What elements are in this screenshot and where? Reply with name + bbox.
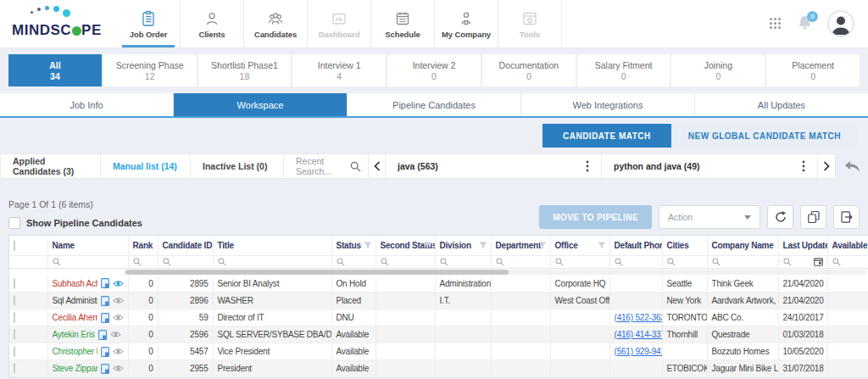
column-header-default-phone[interactable]: Default Phone xyxy=(609,236,662,255)
column-header-status[interactable]: Status xyxy=(331,236,376,255)
filter-cell-company-name[interactable] xyxy=(707,255,778,268)
filter-cell-division[interactable] xyxy=(435,255,491,268)
table-row[interactable]: Christopher Riley 0 5457 Vice President … xyxy=(9,343,868,360)
search-icon[interactable] xyxy=(350,161,361,172)
table-row[interactable]: Cecilia Ahern 0 59 Director of IT DNU (4… xyxy=(9,309,868,326)
candidate-name-link[interactable]: Christopher Riley xyxy=(53,347,97,356)
stage-tab-interview-1[interactable]: Interview 14 xyxy=(292,54,386,86)
scrollbar-thumb[interactable] xyxy=(125,270,509,275)
filter-funnel-icon[interactable] xyxy=(538,242,547,251)
filter-funnel-icon[interactable] xyxy=(598,242,606,251)
column-header-company-name[interactable]: Company Name xyxy=(707,236,778,255)
column-header-second-status[interactable]: Second Status xyxy=(376,236,435,255)
filter-cell-candidate-id[interactable] xyxy=(158,255,213,268)
kebab-menu-icon[interactable] xyxy=(802,160,805,172)
candidate-name-link[interactable]: Cecilia Ahern xyxy=(53,313,97,322)
eye-preview-icon[interactable] xyxy=(113,297,124,304)
stage-tab-shortlist-phase1[interactable]: Shortlisti Phase118 xyxy=(198,54,292,86)
table-row[interactable]: Subhash Acharya 0 2895 Senior BI Analyst… xyxy=(9,276,868,293)
stage-tab-documentation[interactable]: Documentation0 xyxy=(482,54,576,86)
column-header-available[interactable]: Available xyxy=(827,236,868,255)
filter-cell-last-update[interactable] xyxy=(778,255,827,268)
notifications-button[interactable]: 0 xyxy=(797,14,813,34)
filter-funnel-icon[interactable] xyxy=(479,242,487,251)
candidate-name-link[interactable]: Aytekin Eris xyxy=(53,330,95,339)
eye-preview-icon[interactable] xyxy=(110,331,121,338)
nav-my-company[interactable]: My Company xyxy=(435,0,498,47)
filter-funnel-icon[interactable] xyxy=(423,242,431,251)
resume-doc-icon[interactable] xyxy=(101,347,109,357)
resume-doc-icon[interactable] xyxy=(98,330,107,340)
nav-schedule[interactable]: Schedule xyxy=(371,0,435,47)
nav-clients[interactable]: Clients xyxy=(181,0,244,47)
tab-workspace[interactable]: Workspace xyxy=(174,93,348,116)
table-row[interactable]: Sql Administrator 0 2896 WASHER Placed I… xyxy=(9,293,868,309)
move-to-pipeline-button[interactable]: MOVE TO PIPELINE xyxy=(539,205,652,229)
column-header-title[interactable]: Title xyxy=(213,236,331,255)
stage-tab-all[interactable]: All34 xyxy=(8,54,102,86)
filter-cell-second-status[interactable] xyxy=(376,255,435,268)
filter-cell-department[interactable] xyxy=(491,255,550,268)
column-header-rank[interactable]: Rank xyxy=(128,236,158,255)
app-logo[interactable]: MINDSCPE xyxy=(0,0,117,47)
stage-tab-salary-fitment[interactable]: Salary Fitment0 xyxy=(577,54,670,86)
candidate-name-link[interactable]: Subhash Acharya xyxy=(53,279,97,288)
kebab-menu-icon[interactable] xyxy=(586,160,589,172)
phone-link[interactable]: (416) 414-3379 xyxy=(615,330,663,339)
eye-preview-icon[interactable] xyxy=(113,280,124,287)
column-header-cities[interactable]: Cities xyxy=(662,236,707,255)
calendar-picker-icon[interactable] xyxy=(814,257,823,266)
select-all-checkbox[interactable] xyxy=(14,240,15,251)
refresh-button[interactable] xyxy=(767,205,793,229)
copy-grid-button[interactable] xyxy=(800,205,826,229)
column-header-department[interactable]: Department xyxy=(491,236,550,255)
candidate-name-link[interactable]: Steve Zipparro xyxy=(53,364,97,373)
tab-job-info[interactable]: Job Info xyxy=(0,93,174,116)
row-checkbox[interactable] xyxy=(14,363,15,374)
column-header-office[interactable]: Office xyxy=(550,236,609,255)
resume-doc-icon[interactable] xyxy=(101,278,109,288)
nav-tools[interactable]: Tools xyxy=(498,0,562,47)
saved-search-python-and-java[interactable]: python and java (49) xyxy=(602,154,818,178)
new-global-candidate-match-button[interactable]: NEW GLOBAL CANDIDATE MATCH xyxy=(671,124,858,148)
recent-search-input[interactable]: Recent Search... xyxy=(284,154,369,178)
filter-funnel-icon[interactable] xyxy=(364,242,372,251)
tab-web-integrations[interactable]: Web Integrations xyxy=(521,93,695,116)
saved-search-next-button[interactable] xyxy=(818,154,835,178)
candidate-match-button[interactable]: CANDIDATE MATCH xyxy=(542,124,671,148)
horizontal-scrollbar[interactable] xyxy=(124,270,866,275)
eye-preview-icon[interactable] xyxy=(113,314,124,321)
saved-search-java[interactable]: java (563) xyxy=(386,154,602,178)
resume-doc-icon[interactable] xyxy=(101,313,109,323)
eye-preview-icon[interactable] xyxy=(113,365,124,372)
manual-list[interactable]: Manual list (14) xyxy=(101,154,191,178)
tab-pipeline-candidates[interactable]: Pipeline Candidates xyxy=(348,93,521,116)
apps-grid-icon[interactable] xyxy=(770,18,782,31)
nav-dashboard[interactable]: Dashboard xyxy=(308,0,371,47)
row-checkbox[interactable] xyxy=(14,346,15,357)
table-row[interactable]: Aytekin Eris 0 2596 SQL SERVER/SYBASE DB… xyxy=(9,326,868,343)
stage-tab-interview-2[interactable]: Interview 20 xyxy=(387,54,481,86)
resume-doc-icon[interactable] xyxy=(101,364,109,374)
filter-cell-name[interactable] xyxy=(47,255,128,268)
filter-cell-cities[interactable] xyxy=(662,255,707,268)
filter-cell-title[interactable] xyxy=(213,255,331,268)
column-header-candidate-id[interactable]: Candidate ID xyxy=(158,236,213,255)
row-checkbox[interactable] xyxy=(14,329,15,340)
tab-all-updates[interactable]: All Updates xyxy=(695,93,868,116)
stage-tab-screening-phase[interactable]: Screening Phase12 xyxy=(103,54,197,86)
undo-button[interactable] xyxy=(843,160,861,173)
filter-cell-default-phone[interactable] xyxy=(609,255,662,268)
nav-job-order[interactable]: Job Order xyxy=(117,0,181,47)
phone-link[interactable]: (561) 929-9410 xyxy=(615,347,663,356)
nav-candidates[interactable]: Candidates xyxy=(244,0,308,47)
column-header-last-update[interactable]: Last Update xyxy=(778,236,827,255)
stage-tab-placement[interactable]: Placement0 xyxy=(766,54,860,86)
stage-tab-joining[interactable]: Joining0 xyxy=(671,54,765,86)
export-button[interactable] xyxy=(833,205,860,229)
resume-doc-icon[interactable] xyxy=(101,296,109,306)
saved-search-prev-button[interactable] xyxy=(369,154,386,178)
candidate-name-link[interactable]: Sql Administrator xyxy=(53,296,97,305)
inactive-list[interactable]: Inactive List (0) xyxy=(191,154,284,178)
column-header-name[interactable]: Name xyxy=(47,236,128,255)
